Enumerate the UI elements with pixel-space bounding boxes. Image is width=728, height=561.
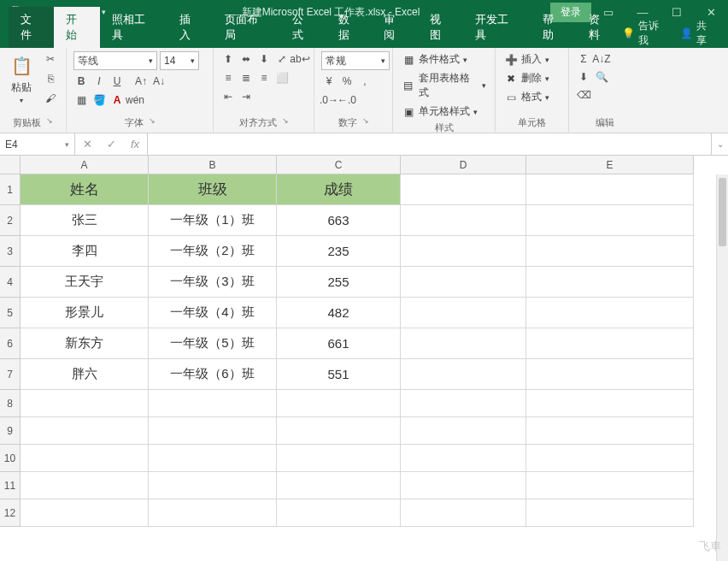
cell[interactable]: 一年级（4）班 (149, 298, 277, 328)
cell[interactable] (277, 417, 401, 445)
cell[interactable]: 255 (277, 267, 401, 298)
border-icon[interactable]: ▦ (73, 92, 89, 108)
tell-me[interactable]: 💡告诉我 (622, 19, 668, 48)
cell[interactable] (526, 174, 694, 205)
column-header[interactable]: C (277, 156, 401, 174)
cell[interactable]: 班级 (149, 174, 277, 205)
cell[interactable]: 一年级（2）班 (149, 236, 277, 267)
underline-button[interactable]: U (109, 74, 125, 89)
align-right-icon[interactable]: ≡ (256, 70, 272, 86)
phonetic-icon[interactable]: wén (127, 92, 143, 108)
tab-developer[interactable]: 开发工具 (463, 7, 531, 48)
cell[interactable] (277, 445, 401, 472)
percent-icon[interactable]: % (339, 74, 355, 89)
number-launcher-icon[interactable]: ↘ (362, 116, 369, 129)
wrap-text-icon[interactable]: ab↩ (292, 51, 308, 67)
cell[interactable] (21, 417, 149, 445)
tab-data[interactable]: 数据 (326, 7, 372, 48)
cell[interactable]: 551 (277, 359, 401, 390)
copy-icon[interactable]: ⎘ (41, 71, 60, 86)
row-header[interactable]: 9 (0, 417, 21, 445)
delete-cells-button[interactable]: ✖删除 ▾ (502, 70, 551, 86)
decrease-indent-icon[interactable]: ⇤ (220, 89, 236, 104)
formula-input[interactable] (148, 133, 711, 155)
tab-file[interactable]: 文件 (9, 7, 54, 48)
sort-filter-icon[interactable]: A↓Z (594, 51, 609, 67)
font-launcher-icon[interactable]: ↘ (149, 116, 156, 129)
cell[interactable]: 一年级（5）班 (149, 328, 277, 359)
expand-formula-icon[interactable]: ⌄ (711, 133, 728, 155)
font-size-combo[interactable]: 14▾ (160, 51, 199, 70)
cell[interactable]: 李四 (21, 236, 149, 267)
column-header[interactable]: D (401, 156, 526, 174)
align-left-icon[interactable]: ≡ (220, 70, 236, 86)
row-header[interactable]: 2 (0, 205, 21, 236)
comma-icon[interactable]: , (357, 74, 373, 89)
row-header[interactable]: 1 (0, 174, 21, 205)
cut-icon[interactable]: ✂ (41, 51, 60, 67)
cell[interactable] (149, 472, 277, 499)
grow-font-icon[interactable]: A↑ (133, 74, 149, 89)
align-top-icon[interactable]: ⬆ (220, 51, 236, 67)
cell[interactable] (526, 390, 694, 417)
cell[interactable]: 235 (277, 236, 401, 267)
bold-button[interactable]: B (73, 74, 89, 89)
clipboard-launcher-icon[interactable]: ↘ (46, 116, 53, 129)
cell[interactable] (526, 236, 694, 267)
fill-icon[interactable]: ⬇ (576, 69, 591, 85)
cell[interactable] (526, 417, 694, 445)
scrollbar-thumb[interactable] (719, 178, 726, 246)
find-icon[interactable]: 🔍 (594, 69, 609, 85)
select-all-corner[interactable] (0, 156, 21, 174)
shrink-font-icon[interactable]: A↓ (151, 74, 167, 89)
cell[interactable] (401, 267, 526, 298)
tab-resources[interactable]: 资料 (577, 7, 622, 48)
tab-home[interactable]: 开始 (54, 7, 99, 48)
number-format-combo[interactable]: 常规▾ (321, 51, 390, 70)
increase-indent-icon[interactable]: ⇥ (238, 89, 254, 104)
column-header[interactable]: A (21, 156, 149, 174)
cell[interactable]: 一年级（3）班 (149, 267, 277, 298)
cell[interactable] (149, 417, 277, 445)
row-header[interactable]: 5 (0, 298, 21, 328)
row-header[interactable]: 6 (0, 328, 21, 359)
cell[interactable] (526, 267, 694, 298)
cell[interactable] (401, 205, 526, 236)
row-header[interactable]: 11 (0, 472, 21, 499)
cell[interactable]: 663 (277, 205, 401, 236)
cell[interactable] (526, 298, 694, 328)
cell[interactable]: 形景儿 (21, 298, 149, 328)
cell[interactable] (401, 328, 526, 359)
cell[interactable] (401, 499, 526, 527)
cell[interactable] (21, 390, 149, 417)
cell[interactable]: 新东方 (21, 328, 149, 359)
cell[interactable] (526, 359, 694, 390)
cell[interactable] (526, 328, 694, 359)
cell[interactable] (401, 417, 526, 445)
format-painter-icon[interactable]: 🖌 (41, 91, 60, 106)
cell[interactable] (21, 445, 149, 472)
cancel-formula-icon[interactable]: ✕ (75, 138, 99, 151)
cell[interactable] (277, 499, 401, 527)
orientation-icon[interactable]: ⤢ (274, 51, 290, 67)
cell[interactable] (277, 390, 401, 417)
cell[interactable] (526, 472, 694, 499)
row-header[interactable]: 10 (0, 445, 21, 472)
name-box[interactable]: E4▾ (0, 133, 75, 155)
vertical-scrollbar[interactable] (716, 174, 728, 561)
tab-layout[interactable]: 页面布局 (213, 7, 280, 48)
tab-help[interactable]: 帮助 (531, 7, 576, 48)
row-header[interactable]: 3 (0, 236, 21, 267)
cell[interactable] (21, 499, 149, 527)
tab-insert[interactable]: 插入 (167, 7, 213, 48)
align-launcher-icon[interactable]: ↘ (282, 116, 289, 129)
clear-icon[interactable]: ⌫ (576, 87, 591, 103)
cell[interactable]: 王天宇 (21, 267, 149, 298)
tab-review[interactable]: 审阅 (372, 7, 417, 48)
confirm-formula-icon[interactable]: ✓ (99, 138, 123, 151)
cell[interactable]: 姓名 (21, 174, 149, 205)
cell[interactable] (401, 236, 526, 267)
fill-color-icon[interactable]: 🪣 (91, 92, 107, 108)
cell[interactable] (149, 499, 277, 527)
cell[interactable] (277, 472, 401, 499)
